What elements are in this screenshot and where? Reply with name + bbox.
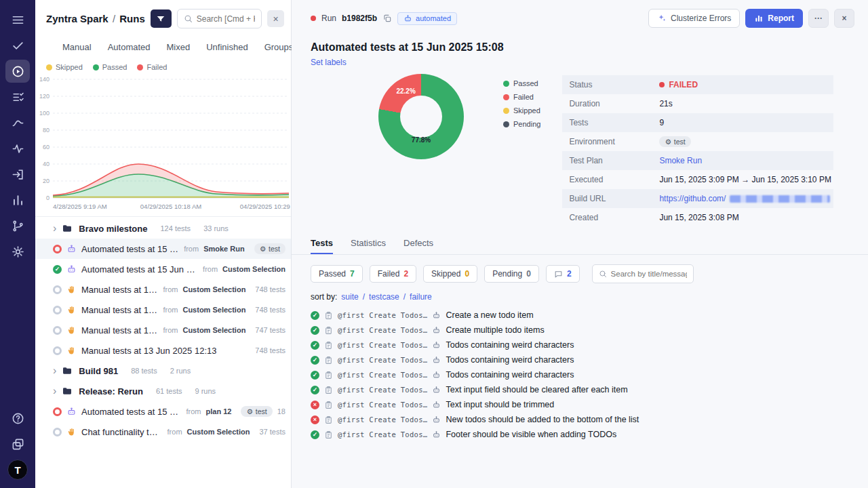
tree-run-row[interactable]: Manual tests at 13 Jun 2025 12:16 from C… xyxy=(35,300,291,320)
run-title: Automated tests at 15 Jun 2025 15:08 xyxy=(292,33,868,55)
tab-mixed[interactable]: Mixed xyxy=(167,42,191,52)
app-window: T Zyntra Spark / Runs × Manual Automated… xyxy=(0,0,868,488)
sort-by-testcase[interactable]: testcase xyxy=(369,292,399,302)
tree-run-row[interactable]: ✓ Automated tests at 15 Jun 2025 15:01 f… xyxy=(35,259,291,279)
pending-dot xyxy=(503,121,509,127)
tab-groups[interactable]: Groups xyxy=(264,42,294,52)
tree-run-row[interactable]: Automated tests at 15 Jun 2025 15:08 fro… xyxy=(35,239,291,259)
panel-close-button[interactable]: × xyxy=(267,10,284,27)
test-row[interactable]: × @first Create Todos… New todos should … xyxy=(311,412,854,427)
tree-run-row[interactable]: Manual tests at 13 Jun 2025 12:13 from C… xyxy=(35,320,291,340)
projects-icon[interactable] xyxy=(5,432,30,455)
test-row[interactable]: × @first Create Todos… Text input should… xyxy=(311,397,854,412)
suite-path: @first Create Todos… xyxy=(338,386,427,394)
test-row[interactable]: ✓ @first Create Todos… Footer should be … xyxy=(311,427,854,442)
robot-icon xyxy=(432,401,441,409)
suite-path: @first Create Todos… xyxy=(338,326,427,334)
passed-icon: ✓ xyxy=(311,386,319,394)
sort-by-suite[interactable]: suite xyxy=(341,292,358,302)
sort-by-label: sort by: xyxy=(311,292,337,302)
tab-tests[interactable]: Tests xyxy=(311,238,333,254)
file-icon xyxy=(324,386,333,394)
build-url-link[interactable]: https://github.com/ xyxy=(659,194,726,203)
failed-icon: × xyxy=(311,415,319,424)
tree-folder-build-981[interactable]: › Build 981 88 tests 2 runs xyxy=(35,361,291,381)
passed-icon: ✓ xyxy=(311,371,319,380)
donut-legend: Passed Failed Skipped Pending xyxy=(503,79,540,128)
tab-manual[interactable]: Manual xyxy=(62,42,92,52)
tree-run-row[interactable]: Chat functinality test Copy from Custom … xyxy=(35,422,291,442)
svg-text:04/29/2025 10:18 AM: 04/29/2025 10:18 AM xyxy=(140,203,201,210)
settings-icon[interactable] xyxy=(5,240,30,263)
set-labels-link[interactable]: Set labels xyxy=(292,55,360,71)
breadcrumb-project[interactable]: Zyntra Spark xyxy=(46,13,108,24)
folder-icon xyxy=(62,223,73,234)
suite-path: @first Create Todos… xyxy=(338,430,427,439)
sort-by-failure[interactable]: failure xyxy=(410,292,432,302)
tab-statistics[interactable]: Statistics xyxy=(351,238,386,254)
menu-icon[interactable] xyxy=(5,8,30,31)
report-button[interactable]: Report xyxy=(745,9,803,28)
tree-folder-bravo[interactable]: › Bravo milestone 124 tests 33 runs xyxy=(35,218,291,239)
panel-search[interactable] xyxy=(177,9,262,28)
import-icon[interactable] xyxy=(5,163,30,186)
close-run-button[interactable]: × xyxy=(834,9,854,28)
analytics-icon[interactable] xyxy=(5,188,30,211)
tree-folder-release-rerun[interactable]: › Release: Rerun 61 tests 9 runs xyxy=(35,381,291,401)
test-plan-link[interactable]: Smoke Run xyxy=(659,156,702,165)
clusterize-errors-button[interactable]: Clusterize Errors xyxy=(648,9,740,28)
test-row[interactable]: ✓ @first Create Todos… Todos containing … xyxy=(311,338,854,352)
env-badge: ⚙test xyxy=(659,136,690,147)
trend-icon[interactable] xyxy=(5,111,30,134)
legend-failed: Failed xyxy=(137,63,167,71)
run-id: b1982f5b xyxy=(342,14,377,23)
tree-run-row[interactable]: Manual tests at 13 Jun 2025 12:13 748 te… xyxy=(35,340,291,361)
filter-pending-chip[interactable]: Pending0 xyxy=(484,265,539,283)
test-row[interactable]: ✓ @first Create Todos… Todos containing … xyxy=(311,352,854,367)
filter-passed-chip[interactable]: Passed7 xyxy=(311,265,363,283)
play-circle-icon[interactable] xyxy=(5,60,30,83)
hand-icon xyxy=(66,325,77,336)
runs-tree: › Bravo milestone 124 tests 33 runs Auto… xyxy=(35,216,291,488)
comments-chip[interactable]: 2 xyxy=(546,265,580,283)
svg-text:04/29/2025 10:29 AM: 04/29/2025 10:29 AM xyxy=(240,203,290,210)
filter-button[interactable] xyxy=(151,9,172,28)
tab-automated[interactable]: Automated xyxy=(108,42,151,52)
more-button[interactable]: ··· xyxy=(808,9,829,28)
bar-chart-icon xyxy=(754,14,764,23)
help-icon[interactable] xyxy=(5,407,30,430)
tree-run-row[interactable]: Manual tests at 13 Jun 2025 12:17 from C… xyxy=(35,279,291,300)
copy-icon[interactable] xyxy=(382,14,392,23)
filter-skipped-chip[interactable]: Skipped0 xyxy=(423,265,477,283)
test-row[interactable]: ✓ @first Create Todos… Todos containing … xyxy=(311,367,854,382)
hand-icon xyxy=(66,346,77,356)
tests-search[interactable] xyxy=(592,264,694,283)
passed-dot xyxy=(503,81,509,87)
run-list-icon[interactable] xyxy=(5,85,30,108)
svg-text:4/28/2025 9:19 AM: 4/28/2025 9:19 AM xyxy=(53,203,107,210)
test-row[interactable]: ✓ @first Create Todos… Create multiple t… xyxy=(311,323,854,338)
breadcrumb: Zyntra Spark / Runs xyxy=(46,13,145,24)
panel-search-input[interactable] xyxy=(197,14,255,24)
branch-icon[interactable] xyxy=(5,214,30,237)
test-row[interactable]: ✓ @first Create Todos… Text input field … xyxy=(311,382,854,397)
neutral-status-icon xyxy=(53,346,62,355)
search-icon xyxy=(184,14,193,23)
test-row[interactable]: ✓ @first Create Todos… Create a new todo… xyxy=(311,308,854,323)
check-icon[interactable] xyxy=(5,34,30,57)
legend-passed: Passed xyxy=(93,63,127,71)
svg-text:60: 60 xyxy=(43,144,50,150)
filter-failed-chip[interactable]: Failed2 xyxy=(370,265,416,283)
file-icon xyxy=(324,430,333,439)
file-icon xyxy=(324,326,333,335)
automated-badge[interactable]: automated xyxy=(397,12,457,25)
tests-search-input[interactable] xyxy=(611,270,687,278)
failed-status-icon xyxy=(53,245,62,253)
app-logo[interactable]: T xyxy=(7,460,28,480)
tab-unfinished[interactable]: Unfinished xyxy=(206,42,248,52)
tree-run-row[interactable]: Automated tests at 15 May 2025 12:32 fro… xyxy=(35,401,291,422)
tab-defects[interactable]: Defects xyxy=(403,238,433,254)
neutral-status-icon xyxy=(53,326,62,335)
detail-row-status: Status FAILED xyxy=(562,75,833,94)
activity-icon[interactable] xyxy=(5,137,30,160)
